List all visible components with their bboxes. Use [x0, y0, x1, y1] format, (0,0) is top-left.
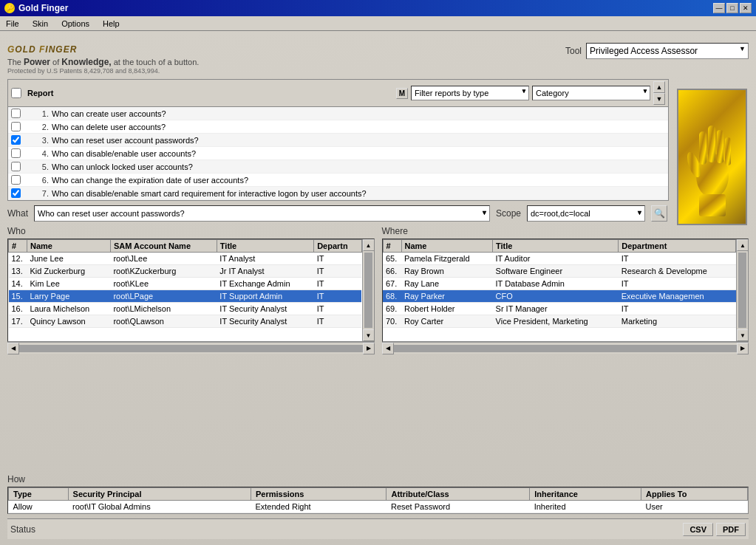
- maximize-button[interactable]: □: [726, 3, 738, 13]
- main-container: GOLD FINGER The Power of Knowledge, at t…: [0, 31, 756, 545]
- who-scroll-down[interactable]: ▼: [363, 329, 375, 341]
- where-row[interactable]: 67. Ray Lane IT Database Admin IT: [383, 278, 736, 290]
- where-scroll-up[interactable]: ▲: [737, 239, 749, 251]
- svg-rect-5: [725, 137, 731, 165]
- what-input-wrapper: ▼: [34, 205, 490, 222]
- where-scroll-down[interactable]: ▼: [737, 329, 749, 341]
- gold-hand-image: [677, 89, 747, 225]
- report-row-1: 1. Who can create user accounts?: [8, 107, 668, 120]
- who-scroll-thumb[interactable]: [364, 253, 372, 328]
- report-row-2: 2. Who can delete user accounts?: [8, 120, 668, 134]
- scope-select[interactable]: dc=root,dc=local: [527, 205, 645, 222]
- reports-scroll-down[interactable]: ▼: [653, 93, 665, 105]
- who-hscroll-thumb[interactable]: [19, 345, 363, 352]
- header-area: GOLD FINGER The Power of Knowledge, at t…: [7, 37, 749, 75]
- search-button[interactable]: 🔍: [651, 205, 667, 222]
- where-vscroll[interactable]: ▲ ▼: [736, 239, 748, 341]
- where-table: # Name Title Department 65. Pamela Fitzg…: [383, 239, 737, 328]
- scope-label: Scope: [496, 208, 521, 219]
- svg-rect-6: [699, 194, 726, 216]
- scope-select-wrapper: dc=root,dc=local ▼: [527, 205, 645, 222]
- who-hscroll-left[interactable]: ◀: [7, 343, 19, 354]
- svg-rect-3: [708, 126, 715, 162]
- who-row[interactable]: 13. Kid Zuckerburg root\KZuckerburg Jr I…: [9, 265, 362, 278]
- category-select[interactable]: Category: [532, 86, 650, 100]
- menu-file[interactable]: File: [3, 18, 22, 29]
- filter-type-select[interactable]: Filter reports by type: [411, 86, 529, 100]
- pdf-button[interactable]: PDF: [716, 523, 746, 536]
- minimize-button[interactable]: —: [713, 3, 725, 13]
- how-label: How: [7, 474, 749, 484]
- tool-select[interactable]: Privileged Access Assessor: [586, 43, 749, 59]
- who-panel: Who # Name SAM Account Name Title Depart…: [7, 226, 375, 470]
- where-row[interactable]: 65. Pamela Fitzgerald IT Auditor IT: [383, 253, 736, 265]
- reports-section: Report M Filter reports by type ▼ Catego…: [7, 79, 669, 201]
- logo-patent: Protected by U.S Patents 8,429,708 and 8…: [7, 67, 199, 75]
- what-input[interactable]: [34, 205, 490, 222]
- who-row-selected[interactable]: 15. Larry Page root\LPage IT Support Adm…: [9, 290, 362, 303]
- who-table: # Name SAM Account Name Title Departn 12…: [8, 239, 362, 328]
- who-label: Who: [7, 226, 375, 236]
- report-7-checkbox[interactable]: [11, 188, 21, 198]
- window-title: Gold Finger: [18, 3, 68, 13]
- where-hscroll-thumb[interactable]: [394, 345, 738, 352]
- where-hscroll[interactable]: ◀ ▶: [382, 342, 749, 354]
- who-row[interactable]: 12. June Lee root\JLee IT Analyst IT: [9, 253, 362, 265]
- who-scroll-up[interactable]: ▲: [363, 239, 375, 251]
- logo-title: GOLD FINGER: [7, 37, 199, 57]
- how-col-type: Type: [9, 488, 69, 501]
- filter-mode-button[interactable]: M: [396, 88, 408, 99]
- reports-table: 1. Who can create user accounts? 2. Who …: [7, 106, 669, 201]
- who-row[interactable]: 14. Kim Lee root\KLee IT Exchange Admin …: [9, 278, 362, 290]
- logo-subtitle: The Power of Knowledge, at the touch of …: [7, 57, 199, 67]
- where-col-title: Title: [493, 240, 619, 253]
- csv-button[interactable]: CSV: [683, 523, 713, 536]
- report-row-7: 7. Who can disable/enable smart card req…: [8, 187, 668, 200]
- how-col-attr: Attribute/Class: [386, 488, 530, 501]
- where-col-name: Name: [401, 240, 493, 253]
- who-row[interactable]: 17. Quincy Lawson root\QLawson IT Securi…: [9, 315, 362, 328]
- where-row[interactable]: 70. Roy Carter Vice President, Marketing…: [383, 315, 736, 328]
- where-hscroll-left[interactable]: ◀: [382, 343, 394, 354]
- who-col-dept: Departn: [314, 240, 361, 253]
- where-hscroll-right[interactable]: ▶: [737, 343, 749, 354]
- logo-area: GOLD FINGER The Power of Knowledge, at t…: [7, 37, 199, 75]
- who-hscroll[interactable]: ◀ ▶: [7, 342, 375, 354]
- report-5-checkbox[interactable]: [11, 162, 21, 171]
- report-4-checkbox[interactable]: [11, 148, 21, 158]
- how-table: Type Security Principal Permissions Attr…: [8, 487, 748, 513]
- select-all-checkbox[interactable]: [11, 88, 21, 98]
- menu-options[interactable]: Options: [58, 18, 92, 29]
- report-6-checkbox[interactable]: [11, 175, 21, 185]
- who-col-title: Title: [217, 240, 313, 253]
- title-bar: 🔑 Gold Finger — □ ✕: [0, 0, 756, 16]
- menu-skin[interactable]: Skin: [30, 18, 51, 29]
- close-button[interactable]: ✕: [740, 3, 752, 13]
- who-hscroll-right[interactable]: ▶: [363, 343, 375, 354]
- who-vscroll[interactable]: ▲ ▼: [362, 239, 374, 341]
- who-col-name: Name: [27, 240, 111, 253]
- report-row-5: 5. Who can unlock locked user accounts?: [8, 160, 668, 174]
- menu-help[interactable]: Help: [100, 18, 123, 29]
- where-scroll-thumb[interactable]: [738, 253, 746, 328]
- where-col-dept: Department: [619, 240, 736, 253]
- how-row[interactable]: Allow root\IT Global Admins Extended Rig…: [9, 501, 748, 513]
- what-scope-row: What ▼ Scope dc=root,dc=local ▼ 🔍: [7, 205, 667, 222]
- report-3-checkbox[interactable]: [11, 135, 21, 145]
- where-row[interactable]: 66. Ray Brown Software Engineer Research…: [383, 265, 736, 278]
- how-table-container: Type Security Principal Permissions Attr…: [7, 487, 749, 514]
- where-row[interactable]: 69. Robert Holder Sr IT Manager IT: [383, 303, 736, 315]
- how-col-inheritance: Inheritance: [530, 488, 641, 501]
- where-col-num: #: [383, 240, 401, 253]
- who-col-num: #: [9, 240, 27, 253]
- status-bar: Status CSV PDF: [7, 518, 749, 539]
- tool-area: Tool Privileged Access Assessor: [565, 43, 749, 59]
- report-1-checkbox[interactable]: [11, 109, 21, 118]
- status-label: Status: [10, 524, 35, 535]
- who-row[interactable]: 16. Laura Michelson root\LMichelson IT S…: [9, 303, 362, 315]
- tool-label: Tool: [565, 46, 582, 56]
- svg-rect-4: [717, 130, 723, 163]
- report-2-checkbox[interactable]: [11, 122, 21, 131]
- where-row-selected[interactable]: 68. Ray Parker CFO Executive Managemen: [383, 290, 736, 303]
- reports-scroll-up[interactable]: ▲: [653, 81, 665, 93]
